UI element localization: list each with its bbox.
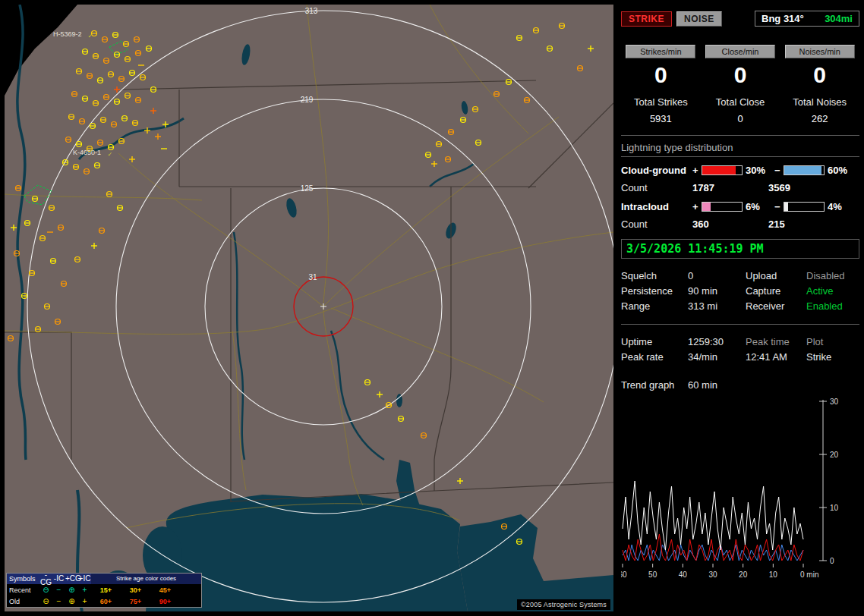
svg-text:60: 60: [621, 570, 627, 579]
strikes-per-min-value: 0: [654, 63, 667, 87]
divider: [621, 135, 859, 136]
uptime-label: Uptime: [621, 336, 688, 347]
cg-plus-gauge: [702, 165, 743, 175]
svg-text:0: 0: [830, 557, 834, 565]
strike-indicator-button[interactable]: STRIKE: [621, 11, 672, 27]
cg-minus-count: 3569: [768, 182, 790, 193]
total-noises-label: Total Noises: [780, 96, 859, 108]
range-ring-label: 31: [308, 273, 317, 281]
persistence-label: Persistence: [621, 285, 688, 297]
svg-text:0 min: 0 min: [800, 570, 818, 579]
station-tick-icon: ✓: [108, 151, 113, 158]
nexstorm-window: 31321912531H-5369-2✓K-4650-1✓ Symbols -C…: [0, 0, 864, 616]
range-value: 313 mi: [688, 300, 746, 312]
lightning-map[interactable]: 31321912531H-5369-2✓K-4650-1✓ Symbols -C…: [5, 5, 613, 611]
legend-col-pos-ic: +IC: [78, 575, 91, 583]
station-tick-icon: ✓: [88, 33, 93, 39]
totals-row: Total Strikes 5931 Total Close 0 Total N…: [621, 96, 859, 124]
total-close-value: 0: [701, 113, 780, 124]
range-ring-label: 125: [301, 184, 314, 193]
minus-icon: −: [52, 598, 65, 605]
legend-age-title: Strike age color codes: [91, 574, 201, 584]
peak-rate-value: 34/min: [688, 351, 746, 363]
status-panel: STRIKE NOISE Bng 314° 304mi Strikes/min …: [616, 5, 864, 611]
range-ring-label: 313: [305, 7, 318, 15]
intracloud-row: Intracloud + 6% − 4%: [621, 201, 859, 212]
trend-graph: 30201006050403020100 min: [621, 395, 859, 588]
strikes-per-min-button[interactable]: Strikes/min: [626, 45, 695, 58]
rates-row: Strikes/min 0 Close/min 0 Noises/min 0: [621, 45, 859, 87]
legend-header: Symbols -CG -IC +CG +IC Strike age color…: [7, 574, 201, 584]
svg-text:40: 40: [679, 570, 688, 579]
noise-indicator-button[interactable]: NOISE: [676, 11, 722, 27]
cloud-ground-row: Cloud-ground + 30% − 60%: [621, 165, 859, 176]
peak-rate-label: Peak rate: [621, 351, 688, 363]
cg-plus-pct: 30%: [746, 165, 774, 176]
svg-text:50: 50: [648, 570, 657, 579]
uptime-value: 1259:30: [688, 336, 746, 347]
squelch-value: 0: [688, 270, 746, 281]
circle-plus-icon: ⊕: [65, 598, 78, 605]
cg-plus-count: 1787: [692, 182, 768, 193]
svg-text:20: 20: [739, 570, 748, 579]
datetime-display: 3/5/2026 11:45:19 PM: [621, 239, 859, 259]
copyright-text: ©2005 Astrogenic Systems: [517, 599, 610, 610]
stats-table: Uptime 1259:30 Peak time Plot Peak rate …: [621, 334, 859, 364]
plus-icon: +: [78, 586, 91, 594]
legend-col-pos-cg: +CG: [65, 575, 78, 583]
peak-time-label: Peak time: [746, 336, 806, 347]
divider: [621, 324, 859, 325]
cg-minus-gauge: [784, 165, 825, 175]
capture-value: Active: [806, 285, 859, 297]
ic-plus-gauge: [702, 202, 743, 212]
squelch-label: Squelch: [621, 270, 688, 281]
bearing-distance: 304mi: [825, 13, 853, 24]
distribution-title: Lightning type distribution: [621, 142, 859, 157]
svg-text:30: 30: [830, 398, 839, 406]
capture-label: Capture: [746, 285, 806, 297]
svg-text:20: 20: [830, 451, 839, 459]
minus-icon: −: [774, 201, 784, 212]
status-table: Squelch 0 Upload Disabled Persistence 90…: [621, 268, 859, 313]
total-close-label: Total Close: [701, 96, 780, 108]
close-per-min-button[interactable]: Close/min: [705, 45, 775, 58]
map-legend: Symbols -CG -IC +CG +IC Strike age color…: [6, 573, 202, 608]
legend-row-old: Old ⊖ − ⊕ + 60+ 75+ 90+: [7, 596, 201, 607]
plot-label: Plot: [806, 336, 859, 347]
range-label: Range: [621, 300, 688, 312]
indicator-row: STRIKE NOISE Bng 314° 304mi: [621, 11, 859, 27]
station-label: K-4650-1: [73, 149, 101, 156]
bearing-value: Bng 314°: [762, 13, 804, 24]
map-canvas[interactable]: 31321912531H-5369-2✓K-4650-1✓: [5, 5, 613, 611]
ic-plus-pct: 6%: [746, 201, 774, 212]
noises-per-min-value: 0: [813, 63, 826, 87]
trend-graph-canvas: 30201006050403020100 min: [621, 395, 856, 585]
noises-per-min-button[interactable]: Noises/min: [785, 45, 855, 58]
circle-minus-icon: ⊖: [39, 598, 52, 605]
receiver-label: Receiver: [746, 300, 806, 312]
ic-plus-count: 360: [692, 218, 768, 230]
legend-symbols-title: Symbols: [7, 575, 39, 583]
plot-value: Strike: [806, 351, 859, 363]
circle-minus-icon: ⊖: [39, 586, 52, 594]
minus-icon: −: [52, 586, 65, 594]
cloud-ground-count-row: Count 1787 3569: [621, 182, 859, 193]
svg-text:10: 10: [830, 504, 839, 512]
station-label: H-5369-2: [53, 30, 82, 38]
legend-row-recent: Recent ⊖ − ⊕ + 15+ 30+ 45+: [7, 584, 201, 596]
upload-label: Upload: [746, 270, 806, 281]
svg-text:10: 10: [769, 570, 778, 579]
intracloud-count-row: Count 360 215: [621, 218, 859, 230]
total-strikes-label: Total Strikes: [621, 96, 701, 108]
ic-minus-gauge: [784, 202, 825, 212]
trend-header: Trend graph 60 min: [621, 379, 859, 391]
persistence-value: 90 min: [688, 285, 746, 297]
total-noises-value: 262: [780, 113, 859, 124]
circle-plus-icon: ⊕: [65, 586, 78, 594]
legend-col-neg-ic: -IC: [52, 575, 65, 583]
trend-graph-label: Trend graph: [621, 379, 688, 391]
cg-minus-pct: 60%: [828, 165, 856, 176]
total-strikes-value: 5931: [621, 113, 701, 124]
upload-value: Disabled: [806, 270, 859, 281]
plus-icon: +: [78, 598, 91, 605]
